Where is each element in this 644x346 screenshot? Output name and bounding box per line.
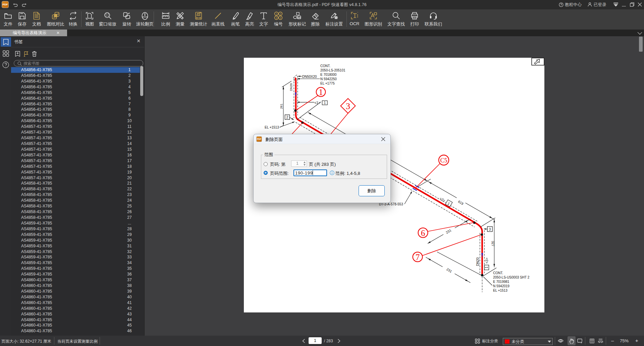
svg-text:1: 1 (485, 266, 488, 268)
svg-text:1: 1 (276, 12, 277, 15)
svg-text:619: 619 (458, 200, 464, 206)
svg-text:1: 1 (319, 88, 323, 97)
svg-text:3: 3 (489, 227, 491, 231)
svg-text:DN20: DN20 (476, 257, 480, 266)
svg-text:6: 6 (421, 229, 425, 238)
svg-text:C5: C5 (440, 157, 447, 164)
svg-text:231: 231 (446, 267, 452, 274)
svg-text:DN20: DN20 (289, 83, 293, 91)
svg-text:3: 3 (346, 101, 350, 111)
svg-text:7: 7 (416, 253, 420, 262)
svg-text:N 5942250: N 5942250 (320, 77, 337, 81)
svg-text:2050-LS-US0003 SHT 2: 2050-LS-US0003 SHT 2 (493, 276, 530, 279)
svg-text:DN50X20: DN50X20 (302, 75, 317, 79)
svg-text:EL +1775: EL +1775 (320, 82, 335, 85)
svg-text:EL +1513: EL +1513 (493, 289, 507, 292)
svg-text:1: 1 (324, 101, 326, 105)
svg-text:4: 4 (280, 16, 281, 19)
svg-text:E 7018000: E 7018000 (320, 73, 337, 77)
svg-text:231: 231 (445, 228, 452, 234)
svg-text:B: B (53, 16, 55, 18)
svg-text:N 5942019: N 5942019 (493, 284, 509, 288)
svg-text:CONT.: CONT. (320, 64, 330, 68)
svg-text:<3>: <3> (485, 258, 489, 263)
svg-text:<1>: <1> (315, 101, 320, 105)
svg-text:A: A (57, 13, 59, 15)
svg-text:2050-LS-205101: 2050-LS-205101 (320, 68, 345, 72)
svg-text:2: 2 (286, 115, 288, 119)
svg-text:327: 327 (491, 241, 495, 247)
svg-text:2: 2 (280, 12, 281, 15)
svg-text:E 7019981: E 7019981 (493, 280, 509, 284)
svg-text:3: 3 (276, 16, 277, 19)
svg-text:EL +1513: EL +1513 (265, 126, 279, 129)
svg-text:261: 261 (279, 104, 283, 109)
svg-text:CONT.: CONT. (493, 271, 503, 275)
